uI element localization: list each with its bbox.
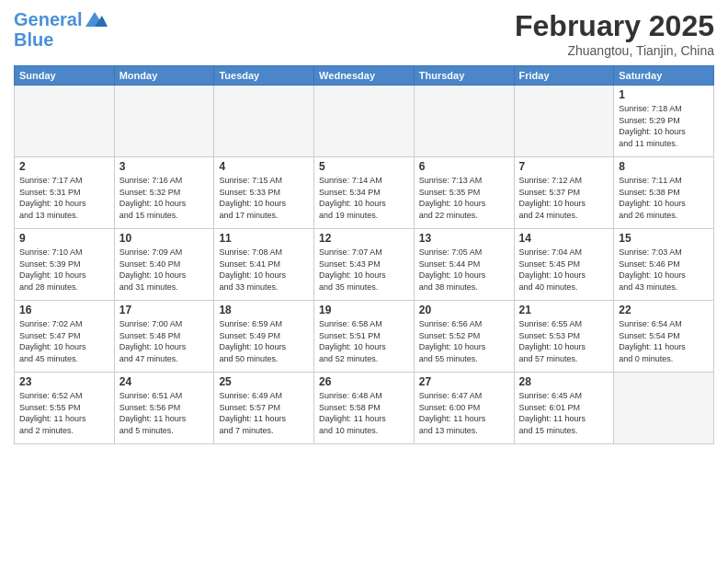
day-number: 20 <box>419 304 509 316</box>
calendar-cell: 20Sunrise: 6:56 AM Sunset: 5:52 PM Dayli… <box>414 301 514 373</box>
calendar-cell <box>314 86 415 157</box>
day-number: 26 <box>319 375 409 388</box>
day-number: 3 <box>119 160 210 173</box>
calendar-cell <box>614 373 714 444</box>
day-number: 1 <box>619 88 709 101</box>
header: General Blue February 2025 Zhuangtou, Ti… <box>14 9 714 58</box>
day-info: Sunrise: 6:54 AM Sunset: 5:54 PM Dayligh… <box>619 318 709 364</box>
calendar-cell: 6Sunrise: 7:13 AM Sunset: 5:35 PM Daylig… <box>414 157 514 229</box>
day-info: Sunrise: 7:13 AM Sunset: 5:35 PM Dayligh… <box>419 175 509 221</box>
day-number: 7 <box>519 160 609 173</box>
calendar-week-1: 1Sunrise: 7:18 AM Sunset: 5:29 PM Daylig… <box>15 86 714 157</box>
weekday-header-sunday: Sunday <box>15 66 115 86</box>
location: Zhuangtou, Tianjin, China <box>515 43 714 58</box>
logo-general: General <box>14 9 82 29</box>
calendar-cell: 3Sunrise: 7:16 AM Sunset: 5:32 PM Daylig… <box>114 157 214 229</box>
calendar-cell: 4Sunrise: 7:15 AM Sunset: 5:33 PM Daylig… <box>214 157 314 229</box>
weekday-header-saturday: Saturday <box>614 66 714 86</box>
weekday-header-thursday: Thursday <box>414 66 514 86</box>
day-info: Sunrise: 6:52 AM Sunset: 5:55 PM Dayligh… <box>19 390 109 436</box>
calendar-cell: 8Sunrise: 7:11 AM Sunset: 5:38 PM Daylig… <box>614 157 714 229</box>
calendar-cell <box>414 86 514 157</box>
day-number: 15 <box>619 232 709 245</box>
day-info: Sunrise: 7:00 AM Sunset: 5:48 PM Dayligh… <box>119 318 210 364</box>
day-info: Sunrise: 7:08 AM Sunset: 5:41 PM Dayligh… <box>219 247 309 293</box>
day-info: Sunrise: 7:09 AM Sunset: 5:40 PM Dayligh… <box>119 247 210 293</box>
day-info: Sunrise: 7:02 AM Sunset: 5:47 PM Dayligh… <box>19 318 109 364</box>
calendar-cell: 24Sunrise: 6:51 AM Sunset: 5:56 PM Dayli… <box>114 373 214 444</box>
day-number: 12 <box>319 232 409 245</box>
day-info: Sunrise: 7:11 AM Sunset: 5:38 PM Dayligh… <box>619 175 709 221</box>
calendar-cell: 2Sunrise: 7:17 AM Sunset: 5:31 PM Daylig… <box>15 157 115 229</box>
day-number: 5 <box>319 160 409 173</box>
day-info: Sunrise: 6:47 AM Sunset: 6:00 PM Dayligh… <box>419 390 509 436</box>
day-number: 21 <box>519 304 609 316</box>
day-info: Sunrise: 7:18 AM Sunset: 5:29 PM Dayligh… <box>619 103 709 149</box>
day-number: 19 <box>319 304 409 316</box>
day-info: Sunrise: 6:55 AM Sunset: 5:53 PM Dayligh… <box>519 318 609 364</box>
day-number: 22 <box>619 304 709 316</box>
calendar-cell: 23Sunrise: 6:52 AM Sunset: 5:55 PM Dayli… <box>15 373 115 444</box>
page: General Blue February 2025 Zhuangtou, Ti… <box>0 0 728 563</box>
calendar-cell: 19Sunrise: 6:58 AM Sunset: 5:51 PM Dayli… <box>314 301 415 373</box>
day-info: Sunrise: 6:58 AM Sunset: 5:51 PM Dayligh… <box>319 318 409 364</box>
calendar-cell: 12Sunrise: 7:07 AM Sunset: 5:43 PM Dayli… <box>314 229 415 301</box>
calendar-cell: 13Sunrise: 7:05 AM Sunset: 5:44 PM Dayli… <box>414 229 514 301</box>
calendar-cell: 1Sunrise: 7:18 AM Sunset: 5:29 PM Daylig… <box>614 86 714 157</box>
logo-blue: Blue <box>14 29 53 50</box>
calendar-cell: 17Sunrise: 7:00 AM Sunset: 5:48 PM Dayli… <box>114 301 214 373</box>
month-title: February 2025 <box>515 9 714 43</box>
calendar-cell <box>214 86 314 157</box>
day-info: Sunrise: 6:51 AM Sunset: 5:56 PM Dayligh… <box>119 390 210 436</box>
day-info: Sunrise: 6:49 AM Sunset: 5:57 PM Dayligh… <box>219 390 309 436</box>
logo-text: General <box>14 9 82 29</box>
calendar-cell: 11Sunrise: 7:08 AM Sunset: 5:41 PM Dayli… <box>214 229 314 301</box>
day-info: Sunrise: 6:45 AM Sunset: 6:01 PM Dayligh… <box>519 390 609 436</box>
calendar-cell: 7Sunrise: 7:12 AM Sunset: 5:37 PM Daylig… <box>514 157 614 229</box>
weekday-header-friday: Friday <box>514 66 614 86</box>
day-info: Sunrise: 7:15 AM Sunset: 5:33 PM Dayligh… <box>219 175 309 221</box>
calendar-cell <box>114 86 214 157</box>
day-number: 14 <box>519 232 609 245</box>
weekday-header-monday: Monday <box>114 66 214 86</box>
day-number: 8 <box>619 160 709 173</box>
day-number: 13 <box>419 232 509 245</box>
day-number: 6 <box>419 160 509 173</box>
day-number: 25 <box>219 375 309 388</box>
day-info: Sunrise: 7:05 AM Sunset: 5:44 PM Dayligh… <box>419 247 509 293</box>
day-number: 10 <box>119 232 210 245</box>
calendar-cell: 15Sunrise: 7:03 AM Sunset: 5:46 PM Dayli… <box>614 229 714 301</box>
calendar-cell: 21Sunrise: 6:55 AM Sunset: 5:53 PM Dayli… <box>514 301 614 373</box>
day-info: Sunrise: 7:07 AM Sunset: 5:43 PM Dayligh… <box>319 247 409 293</box>
day-number: 16 <box>19 304 109 316</box>
calendar-cell: 22Sunrise: 6:54 AM Sunset: 5:54 PM Dayli… <box>614 301 714 373</box>
calendar-cell: 28Sunrise: 6:45 AM Sunset: 6:01 PM Dayli… <box>514 373 614 444</box>
day-info: Sunrise: 7:12 AM Sunset: 5:37 PM Dayligh… <box>519 175 609 221</box>
calendar-week-5: 23Sunrise: 6:52 AM Sunset: 5:55 PM Dayli… <box>15 373 714 444</box>
day-info: Sunrise: 7:16 AM Sunset: 5:32 PM Dayligh… <box>119 175 210 221</box>
calendar-cell <box>15 86 115 157</box>
calendar-week-2: 2Sunrise: 7:17 AM Sunset: 5:31 PM Daylig… <box>15 157 714 229</box>
calendar-cell: 18Sunrise: 6:59 AM Sunset: 5:49 PM Dayli… <box>214 301 314 373</box>
day-number: 9 <box>19 232 109 245</box>
calendar-cell: 25Sunrise: 6:49 AM Sunset: 5:57 PM Dayli… <box>214 373 314 444</box>
day-info: Sunrise: 6:59 AM Sunset: 5:49 PM Dayligh… <box>219 318 309 364</box>
day-info: Sunrise: 6:56 AM Sunset: 5:52 PM Dayligh… <box>419 318 509 364</box>
title-section: February 2025 Zhuangtou, Tianjin, China <box>515 9 714 58</box>
calendar-header-row: SundayMondayTuesdayWednesdayThursdayFrid… <box>15 66 714 86</box>
calendar-cell <box>514 86 614 157</box>
day-number: 28 <box>519 375 609 388</box>
calendar-cell: 5Sunrise: 7:14 AM Sunset: 5:34 PM Daylig… <box>314 157 415 229</box>
logo-icon <box>82 10 108 29</box>
calendar-cell: 26Sunrise: 6:48 AM Sunset: 5:58 PM Dayli… <box>314 373 415 444</box>
day-number: 24 <box>119 375 210 388</box>
calendar-cell: 27Sunrise: 6:47 AM Sunset: 6:00 PM Dayli… <box>414 373 514 444</box>
day-number: 4 <box>219 160 309 173</box>
day-info: Sunrise: 7:17 AM Sunset: 5:31 PM Dayligh… <box>19 175 109 221</box>
weekday-header-tuesday: Tuesday <box>214 66 314 86</box>
day-info: Sunrise: 7:10 AM Sunset: 5:39 PM Dayligh… <box>19 247 109 293</box>
logo: General Blue <box>14 9 108 50</box>
day-number: 17 <box>119 304 210 316</box>
calendar-cell: 9Sunrise: 7:10 AM Sunset: 5:39 PM Daylig… <box>15 229 115 301</box>
calendar-cell: 10Sunrise: 7:09 AM Sunset: 5:40 PM Dayli… <box>114 229 214 301</box>
